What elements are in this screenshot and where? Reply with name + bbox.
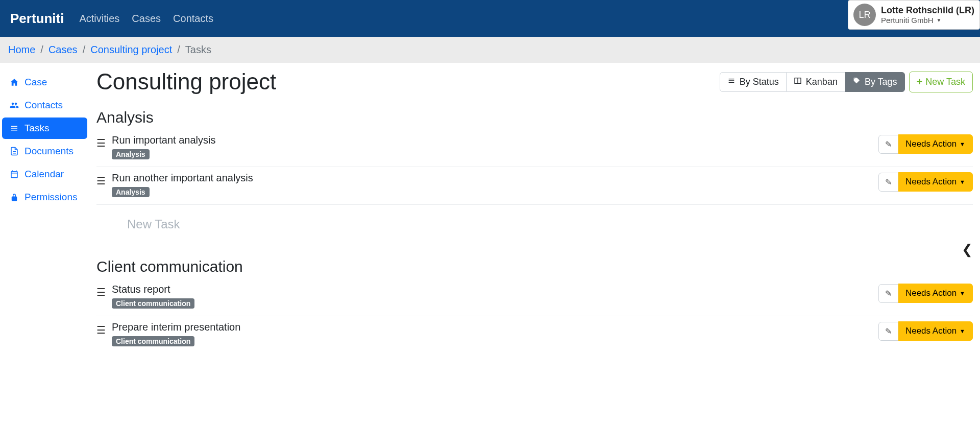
- tag-icon: [852, 77, 861, 87]
- breadcrumb-project[interactable]: Consulting project: [90, 44, 172, 56]
- edit-button[interactable]: ✎: [878, 135, 898, 154]
- sidebar-item-case[interactable]: Case: [2, 72, 87, 93]
- lock-icon: [9, 193, 19, 202]
- sidebar-item-label: Contacts: [24, 100, 63, 111]
- drag-handle-icon[interactable]: ☰: [96, 172, 106, 187]
- task-row: ☰ Prepare interim presentation Client co…: [96, 316, 973, 354]
- chevron-down-icon: ▼: [960, 290, 965, 296]
- pencil-icon: ✎: [885, 289, 892, 298]
- edit-button[interactable]: ✎: [878, 322, 898, 341]
- people-icon: [9, 101, 19, 110]
- main: Case Contacts Tasks Documents Calendar: [0, 63, 980, 369]
- title-row: Consulting project By Status Kanban By T…: [96, 69, 973, 95]
- drag-handle-icon[interactable]: ☰: [96, 134, 106, 150]
- nav-links: Activities Cases Contacts: [79, 13, 213, 25]
- new-task-button[interactable]: + New Task: [909, 72, 973, 92]
- collapse-panel-icon[interactable]: ❮: [962, 242, 973, 257]
- edit-button[interactable]: ✎: [878, 173, 898, 192]
- sidebar-item-tasks[interactable]: Tasks: [2, 118, 87, 139]
- user-org: Pertuniti GmbH ▼: [881, 16, 974, 25]
- task-tag[interactable]: Client communication: [112, 336, 194, 346]
- sidebar-item-documents[interactable]: Documents: [2, 140, 87, 162]
- status-button[interactable]: Needs Action ▼: [898, 284, 973, 303]
- nav-link-cases[interactable]: Cases: [132, 13, 161, 25]
- task-title[interactable]: Run another important analysis: [112, 172, 253, 184]
- plus-icon: +: [917, 76, 923, 88]
- status-button[interactable]: Needs Action ▼: [898, 134, 973, 154]
- navbar: Pertuniti Activities Cases Contacts LR L…: [0, 0, 980, 37]
- brand[interactable]: Pertuniti: [10, 11, 64, 27]
- sidebar-item-label: Case: [24, 77, 47, 88]
- nav-link-contacts[interactable]: Contacts: [173, 13, 213, 25]
- columns-icon: [794, 77, 802, 87]
- user-name: Lotte Rothschild (LR): [881, 5, 974, 16]
- pencil-icon: ✎: [885, 326, 892, 336]
- pencil-icon: ✎: [885, 139, 892, 149]
- breadcrumb-cases[interactable]: Cases: [48, 44, 78, 56]
- section-title: Client communication: [96, 258, 973, 275]
- avatar: LR: [853, 4, 876, 26]
- section-title: Analysis: [96, 109, 973, 126]
- sidebar: Case Contacts Tasks Documents Calendar: [0, 63, 89, 369]
- task-row: ☰ Status report Client communication ✎ N…: [96, 278, 973, 316]
- calendar-icon: [9, 170, 19, 179]
- task-title[interactable]: Status report: [112, 284, 194, 295]
- chevron-down-icon: ▼: [937, 17, 942, 23]
- status-button[interactable]: Needs Action ▼: [898, 172, 973, 192]
- sidebar-item-label: Tasks: [24, 123, 50, 134]
- task-tag[interactable]: Analysis: [112, 149, 150, 159]
- task-title[interactable]: Run important analysis: [112, 134, 215, 146]
- content: Consulting project By Status Kanban By T…: [89, 63, 980, 369]
- edit-button[interactable]: ✎: [878, 284, 898, 303]
- drag-handle-icon[interactable]: ☰: [96, 284, 106, 299]
- chevron-down-icon: ▼: [960, 328, 965, 334]
- breadcrumb-home[interactable]: Home: [8, 44, 35, 56]
- task-tag[interactable]: Analysis: [112, 187, 150, 197]
- sidebar-item-label: Calendar: [24, 169, 64, 180]
- task-row: ☰ Run another important analysis Analysi…: [96, 167, 973, 205]
- view-by-status[interactable]: By Status: [720, 72, 787, 92]
- task-tag[interactable]: Client communication: [112, 298, 194, 309]
- breadcrumb: Home / Cases / Consulting project / Task…: [0, 37, 980, 63]
- status-button[interactable]: Needs Action ▼: [898, 321, 973, 341]
- document-icon: [9, 147, 19, 156]
- view-switcher: By Status Kanban By Tags: [720, 72, 905, 92]
- view-by-tags[interactable]: By Tags: [845, 72, 905, 92]
- sidebar-item-permissions[interactable]: Permissions: [2, 186, 87, 208]
- sidebar-item-label: Permissions: [24, 192, 77, 203]
- list-icon: [727, 77, 736, 87]
- task-title[interactable]: Prepare interim presentation: [112, 321, 240, 333]
- task-row: ☰ Run important analysis Analysis ✎ Need…: [96, 129, 973, 167]
- breadcrumb-current: Tasks: [185, 44, 211, 56]
- drag-handle-icon[interactable]: ☰: [96, 321, 106, 337]
- nav-link-activities[interactable]: Activities: [79, 13, 119, 25]
- list-icon: [9, 124, 19, 133]
- chevron-down-icon: ▼: [960, 179, 965, 185]
- sidebar-item-calendar[interactable]: Calendar: [2, 163, 87, 185]
- view-kanban[interactable]: Kanban: [787, 72, 845, 92]
- sidebar-item-contacts[interactable]: Contacts: [2, 95, 87, 116]
- page-title: Consulting project: [96, 69, 276, 95]
- home-icon: [9, 78, 19, 87]
- inline-new-task[interactable]: New Task: [96, 205, 973, 244]
- pencil-icon: ✎: [885, 177, 892, 187]
- toolbar: By Status Kanban By Tags + New Task: [720, 72, 973, 92]
- user-menu[interactable]: LR Lotte Rothschild (LR) Pertuniti GmbH …: [848, 0, 980, 30]
- sidebar-item-label: Documents: [24, 146, 74, 157]
- chevron-down-icon: ▼: [960, 141, 965, 147]
